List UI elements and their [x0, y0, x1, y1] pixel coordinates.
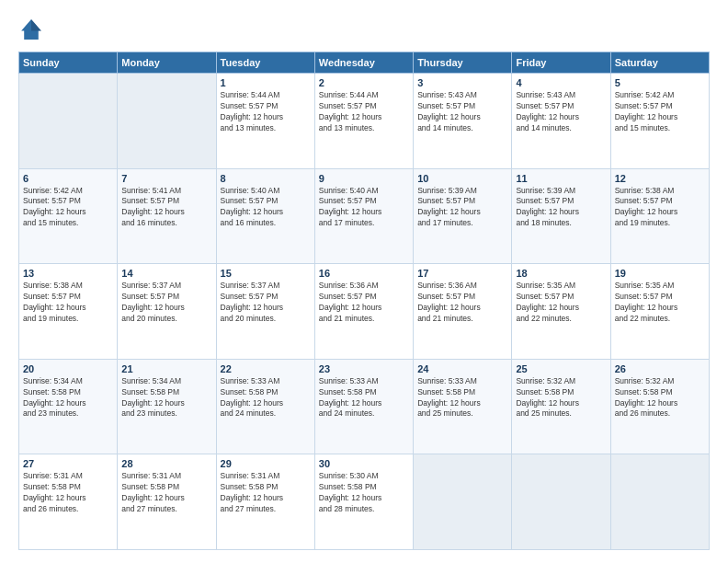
- calendar-cell: 20Sunrise: 5:34 AM Sunset: 5:58 PM Dayli…: [19, 359, 118, 454]
- day-info: Sunrise: 5:33 AM Sunset: 5:58 PM Dayligh…: [417, 376, 507, 420]
- header: [18, 17, 710, 42]
- calendar-cell: 11Sunrise: 5:39 AM Sunset: 5:57 PM Dayli…: [512, 168, 610, 264]
- calendar-cell: 8Sunrise: 5:40 AM Sunset: 5:57 PM Daylig…: [216, 168, 314, 264]
- calendar-cell: 26Sunrise: 5:32 AM Sunset: 5:58 PM Dayli…: [610, 359, 709, 454]
- calendar-week-row: 1Sunrise: 5:44 AM Sunset: 5:57 PM Daylig…: [19, 74, 710, 169]
- calendar-cell: 14Sunrise: 5:37 AM Sunset: 5:57 PM Dayli…: [118, 264, 216, 360]
- day-info: Sunrise: 5:35 AM Sunset: 5:57 PM Dayligh…: [615, 281, 705, 325]
- calendar-cell: 4Sunrise: 5:43 AM Sunset: 5:57 PM Daylig…: [512, 74, 610, 169]
- day-number: 10: [417, 173, 507, 184]
- calendar-cell: 6Sunrise: 5:42 AM Sunset: 5:57 PM Daylig…: [19, 168, 118, 264]
- calendar-header-row: SundayMondayTuesdayWednesdayThursdayFrid…: [19, 52, 710, 74]
- calendar-cell: [414, 454, 512, 550]
- weekday-header-sunday: Sunday: [19, 52, 118, 74]
- day-number: 5: [615, 77, 705, 88]
- day-number: 12: [615, 173, 705, 184]
- calendar-cell: [118, 74, 216, 169]
- weekday-header-friday: Friday: [512, 52, 610, 74]
- day-number: 22: [221, 363, 311, 374]
- calendar-cell: 15Sunrise: 5:37 AM Sunset: 5:57 PM Dayli…: [216, 264, 314, 360]
- day-info: Sunrise: 5:42 AM Sunset: 5:57 PM Dayligh…: [23, 186, 113, 230]
- day-info: Sunrise: 5:44 AM Sunset: 5:57 PM Dayligh…: [221, 90, 311, 134]
- calendar-week-row: 27Sunrise: 5:31 AM Sunset: 5:58 PM Dayli…: [19, 454, 710, 550]
- calendar-cell: 19Sunrise: 5:35 AM Sunset: 5:57 PM Dayli…: [610, 264, 709, 360]
- day-info: Sunrise: 5:31 AM Sunset: 5:58 PM Dayligh…: [121, 471, 211, 515]
- day-number: 27: [23, 458, 113, 469]
- calendar-cell: 27Sunrise: 5:31 AM Sunset: 5:58 PM Dayli…: [19, 454, 118, 550]
- day-number: 14: [121, 268, 211, 279]
- day-number: 16: [319, 268, 409, 279]
- day-info: Sunrise: 5:30 AM Sunset: 5:58 PM Dayligh…: [319, 471, 409, 515]
- day-info: Sunrise: 5:44 AM Sunset: 5:57 PM Dayligh…: [319, 90, 409, 134]
- calendar-cell: 22Sunrise: 5:33 AM Sunset: 5:58 PM Dayli…: [216, 359, 314, 454]
- weekday-header-tuesday: Tuesday: [216, 52, 314, 74]
- calendar-week-row: 13Sunrise: 5:38 AM Sunset: 5:57 PM Dayli…: [19, 264, 710, 360]
- calendar-cell: 25Sunrise: 5:32 AM Sunset: 5:58 PM Dayli…: [512, 359, 610, 454]
- day-number: 9: [319, 173, 409, 184]
- day-number: 3: [417, 77, 507, 88]
- day-info: Sunrise: 5:38 AM Sunset: 5:57 PM Dayligh…: [23, 281, 113, 325]
- day-number: 18: [516, 268, 606, 279]
- weekday-header-saturday: Saturday: [610, 52, 709, 74]
- calendar-cell: 3Sunrise: 5:43 AM Sunset: 5:57 PM Daylig…: [414, 74, 512, 169]
- day-info: Sunrise: 5:33 AM Sunset: 5:58 PM Dayligh…: [221, 376, 311, 420]
- day-info: Sunrise: 5:31 AM Sunset: 5:58 PM Dayligh…: [221, 471, 311, 515]
- calendar-cell: [610, 454, 709, 550]
- day-info: Sunrise: 5:39 AM Sunset: 5:57 PM Dayligh…: [417, 186, 507, 230]
- calendar-cell: 29Sunrise: 5:31 AM Sunset: 5:58 PM Dayli…: [216, 454, 314, 550]
- calendar-cell: 17Sunrise: 5:36 AM Sunset: 5:57 PM Dayli…: [414, 264, 512, 360]
- day-info: Sunrise: 5:40 AM Sunset: 5:57 PM Dayligh…: [221, 186, 311, 230]
- calendar-body: 1Sunrise: 5:44 AM Sunset: 5:57 PM Daylig…: [19, 74, 710, 550]
- day-info: Sunrise: 5:39 AM Sunset: 5:57 PM Dayligh…: [516, 186, 606, 230]
- day-info: Sunrise: 5:42 AM Sunset: 5:57 PM Dayligh…: [615, 90, 705, 134]
- day-number: 6: [23, 173, 113, 184]
- day-info: Sunrise: 5:37 AM Sunset: 5:57 PM Dayligh…: [221, 281, 311, 325]
- calendar-week-row: 6Sunrise: 5:42 AM Sunset: 5:57 PM Daylig…: [19, 168, 710, 264]
- day-number: 29: [221, 458, 311, 469]
- day-info: Sunrise: 5:32 AM Sunset: 5:58 PM Dayligh…: [615, 376, 705, 420]
- calendar-cell: 10Sunrise: 5:39 AM Sunset: 5:57 PM Dayli…: [414, 168, 512, 264]
- calendar-cell: [19, 74, 118, 169]
- day-number: 15: [221, 268, 311, 279]
- day-info: Sunrise: 5:35 AM Sunset: 5:57 PM Dayligh…: [516, 281, 606, 325]
- logo: [18, 17, 48, 42]
- day-info: Sunrise: 5:31 AM Sunset: 5:58 PM Dayligh…: [23, 471, 113, 515]
- day-info: Sunrise: 5:36 AM Sunset: 5:57 PM Dayligh…: [417, 281, 507, 325]
- calendar-cell: 1Sunrise: 5:44 AM Sunset: 5:57 PM Daylig…: [216, 74, 314, 169]
- day-number: 21: [121, 363, 211, 374]
- calendar-cell: 12Sunrise: 5:38 AM Sunset: 5:57 PM Dayli…: [610, 168, 709, 264]
- day-number: 23: [319, 363, 409, 374]
- day-info: Sunrise: 5:33 AM Sunset: 5:58 PM Dayligh…: [319, 376, 409, 420]
- day-info: Sunrise: 5:41 AM Sunset: 5:57 PM Dayligh…: [121, 186, 211, 230]
- day-number: 2: [319, 77, 409, 88]
- calendar-cell: 9Sunrise: 5:40 AM Sunset: 5:57 PM Daylig…: [314, 168, 413, 264]
- day-info: Sunrise: 5:32 AM Sunset: 5:58 PM Dayligh…: [516, 376, 606, 420]
- calendar-cell: 5Sunrise: 5:42 AM Sunset: 5:57 PM Daylig…: [610, 74, 709, 169]
- day-number: 13: [23, 268, 113, 279]
- day-number: 4: [516, 77, 606, 88]
- calendar-table: SundayMondayTuesdayWednesdayThursdayFrid…: [18, 52, 710, 550]
- day-number: 28: [121, 458, 211, 469]
- calendar-cell: 7Sunrise: 5:41 AM Sunset: 5:57 PM Daylig…: [118, 168, 216, 264]
- day-number: 19: [615, 268, 705, 279]
- day-info: Sunrise: 5:40 AM Sunset: 5:57 PM Dayligh…: [319, 186, 409, 230]
- day-info: Sunrise: 5:38 AM Sunset: 5:57 PM Dayligh…: [615, 186, 705, 230]
- day-number: 25: [516, 363, 606, 374]
- calendar-cell: 30Sunrise: 5:30 AM Sunset: 5:58 PM Dayli…: [314, 454, 413, 550]
- calendar-cell: 18Sunrise: 5:35 AM Sunset: 5:57 PM Dayli…: [512, 264, 610, 360]
- page: SundayMondayTuesdayWednesdayThursdayFrid…: [0, 0, 728, 563]
- day-number: 30: [319, 458, 409, 469]
- day-number: 17: [417, 268, 507, 279]
- calendar-cell: [512, 454, 610, 550]
- calendar-cell: 13Sunrise: 5:38 AM Sunset: 5:57 PM Dayli…: [19, 264, 118, 360]
- calendar-week-row: 20Sunrise: 5:34 AM Sunset: 5:58 PM Dayli…: [19, 359, 710, 454]
- day-number: 11: [516, 173, 606, 184]
- calendar-cell: 2Sunrise: 5:44 AM Sunset: 5:57 PM Daylig…: [314, 74, 413, 169]
- day-info: Sunrise: 5:43 AM Sunset: 5:57 PM Dayligh…: [417, 90, 507, 134]
- day-number: 7: [121, 173, 211, 184]
- weekday-header-wednesday: Wednesday: [314, 52, 413, 74]
- calendar-cell: 21Sunrise: 5:34 AM Sunset: 5:58 PM Dayli…: [118, 359, 216, 454]
- logo-icon: [18, 17, 44, 42]
- day-number: 1: [221, 77, 311, 88]
- day-info: Sunrise: 5:36 AM Sunset: 5:57 PM Dayligh…: [319, 281, 409, 325]
